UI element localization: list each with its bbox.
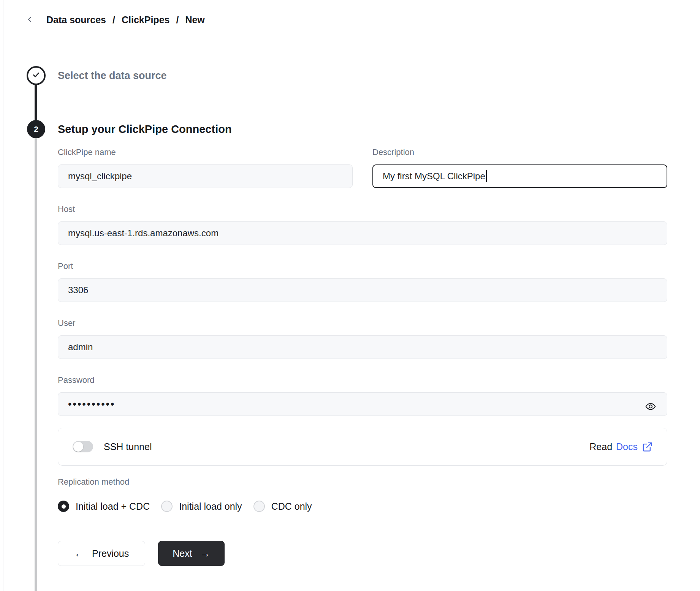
password-label: Password [58,375,667,385]
clickpipe-name-label: ClickPipe name [58,147,353,157]
user-input[interactable] [58,335,667,359]
next-button-label: Next [173,548,192,559]
external-link-icon[interactable] [642,442,652,452]
previous-button[interactable]: ← Previous [58,541,145,566]
check-icon [32,70,41,81]
host-input[interactable] [58,221,667,245]
radio-initial-load-only[interactable]: Initial load only [161,501,242,512]
password-field-group [58,392,667,416]
main-content: Select the data source Setup your ClickP… [58,0,667,566]
name-description-row: ClickPipe name Description My first MySQ… [58,147,667,188]
password-input[interactable] [58,392,667,416]
radio-label: Initial load + CDC [76,501,150,512]
arrow-right-icon: → [200,548,210,559]
step-2-title: Setup your ClickPipe Connection [58,122,667,136]
read-text: Read [589,441,612,452]
chevron-left-icon [26,16,33,24]
clickpipe-name-input[interactable] [58,164,353,188]
port-input[interactable] [58,278,667,302]
user-label: User [58,318,667,328]
next-button[interactable]: Next → [158,541,224,566]
ssh-tunnel-toggle[interactable] [73,441,93,452]
clickpipe-setup-page: Data sources / ClickPipes / New 2 Select… [0,0,700,591]
ssh-tunnel-label: SSH tunnel [104,441,152,452]
description-field-group: Description My first MySQL ClickPipe [372,147,667,188]
step-2-number: 2 [34,125,38,134]
stepper-connector-done [35,84,37,122]
description-input[interactable]: My first MySQL ClickPipe [372,164,667,188]
read-docs-group: Read Docs [589,441,652,452]
ssh-tunnel-card: SSH tunnel Read Docs [58,428,667,466]
description-label: Description [372,147,667,157]
description-value: My first MySQL ClickPipe [383,171,485,182]
radio-label: Initial load only [179,501,242,512]
radio-unselected-icon [161,501,173,512]
show-password-button[interactable] [643,399,658,414]
ssh-toggle-group: SSH tunnel [73,441,152,452]
toggle-knob [73,442,83,452]
previous-button-label: Previous [92,548,129,559]
replication-options: Initial load + CDC Initial load only CDC… [58,501,667,512]
clickpipe-name-field-group: ClickPipe name [58,147,353,188]
step-1-indicator-completed [27,66,46,85]
text-cursor [486,170,487,182]
step-1-title: Select the data source [58,69,667,82]
port-label: Port [58,261,667,271]
radio-cdc-only[interactable]: CDC only [253,501,312,512]
left-panel-divider [3,0,3,591]
radio-unselected-icon [253,501,265,512]
radio-initial-load-cdc[interactable]: Initial load + CDC [58,501,150,512]
stepper-connector-pending [35,137,37,591]
step-2-indicator-active: 2 [27,120,45,138]
wizard-actions: ← Previous Next → [58,541,667,566]
radio-label: CDC only [271,501,312,512]
host-label: Host [58,204,667,214]
eye-icon [644,401,657,413]
radio-selected-icon [58,501,69,512]
arrow-left-icon: ← [74,548,84,559]
replication-method-label: Replication method [58,477,667,487]
docs-link[interactable]: Docs [616,441,638,452]
back-button[interactable] [23,13,36,27]
